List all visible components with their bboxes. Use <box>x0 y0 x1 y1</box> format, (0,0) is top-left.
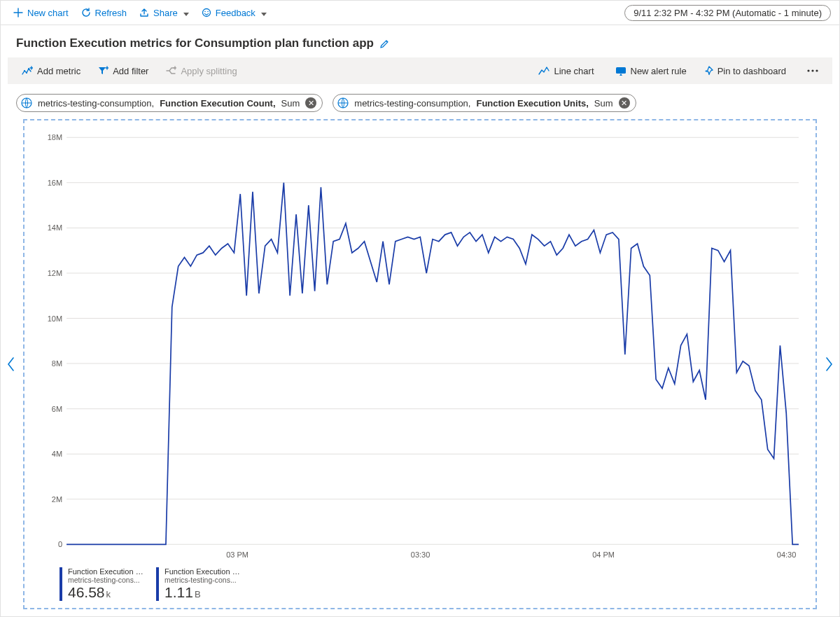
chart-container: 02M4M6M8M10M12M14M16M18M03 PM03:3004 PM0… <box>23 119 817 609</box>
chart-shell: 02M4M6M8M10M12M14M16M18M03 PM03:3004 PM0… <box>8 119 832 609</box>
next-chart-arrow[interactable] <box>824 356 834 372</box>
stat-sub: metrics-testing-cons... <box>164 576 240 584</box>
svg-text:04:30: 04:30 <box>777 550 797 559</box>
stat-value: 1.11 <box>164 584 193 600</box>
more-menu-button[interactable] <box>800 66 825 76</box>
add-filter-label: Add filter <box>113 66 148 76</box>
pill-agg: Sum <box>594 98 613 109</box>
svg-text:6M: 6M <box>52 405 62 413</box>
svg-rect-6 <box>616 67 626 74</box>
share-button[interactable]: Share <box>135 5 193 21</box>
stat-name: Function Execution U... <box>164 567 240 576</box>
apply-splitting-button: Apply splitting <box>158 62 244 80</box>
time-range-picker[interactable]: 9/11 2:32 PM - 4:32 PM (Automatic - 1 mi… <box>624 5 831 21</box>
metric-pills-row: metrics-testing-consumption, Function Ex… <box>1 84 839 119</box>
svg-text:04 PM: 04 PM <box>592 550 615 559</box>
pill-metric: Function Execution Units, <box>476 98 588 109</box>
svg-point-2 <box>207 11 209 13</box>
close-icon[interactable]: ✕ <box>619 97 630 109</box>
svg-point-4 <box>26 72 27 74</box>
share-label: Share <box>153 8 178 18</box>
split-icon <box>165 66 176 76</box>
add-metric-label: Add metric <box>37 66 80 76</box>
stat-unit: B <box>195 589 201 599</box>
chevron-down-icon <box>182 8 189 18</box>
svg-text:03:30: 03:30 <box>411 550 430 559</box>
new-alert-label: New alert rule <box>631 66 687 76</box>
stat-sub: metrics-testing-cons... <box>68 576 144 584</box>
stat-name: Function Execution C... <box>68 567 144 576</box>
svg-text:0: 0 <box>58 540 62 548</box>
svg-point-9 <box>816 69 818 71</box>
filter-icon <box>97 66 108 76</box>
svg-point-8 <box>811 69 813 71</box>
metric-pill[interactable]: metrics-testing-consumption, Function Ex… <box>332 94 636 112</box>
svg-point-1 <box>204 11 206 13</box>
svg-text:4M: 4M <box>52 450 62 458</box>
add-metric-icon <box>22 66 33 76</box>
refresh-label: Refresh <box>95 8 127 18</box>
resource-icon <box>337 97 349 109</box>
time-range-label: 9/11 2:32 PM - 4:32 PM (Automatic - 1 mi… <box>634 8 822 18</box>
svg-point-7 <box>807 69 809 71</box>
pill-metric: Function Execution Count, <box>160 98 275 109</box>
pin-dashboard-button[interactable]: Pin to dashboard <box>696 62 797 80</box>
chevron-down-icon <box>260 8 267 18</box>
top-toolbar: New chart Refresh Share Feedback 9/11 2:… <box>1 1 839 25</box>
svg-point-0 <box>202 9 210 17</box>
stat-value: 46.58 <box>68 584 105 600</box>
metrics-page: New chart Refresh Share Feedback 9/11 2:… <box>0 0 840 617</box>
metric-toolbar: Add metric Add filter Apply splitting Li… <box>8 57 832 84</box>
share-icon <box>139 8 149 18</box>
svg-text:18M: 18M <box>48 133 62 141</box>
edit-pencil-icon[interactable] <box>379 39 390 49</box>
plus-icon <box>13 8 23 18</box>
svg-text:14M: 14M <box>48 223 62 232</box>
smile-icon <box>202 8 211 18</box>
metric-pill[interactable]: metrics-testing-consumption, Function Ex… <box>16 94 323 112</box>
chart-type-dropdown[interactable]: Line chart <box>531 62 605 80</box>
pin-dashboard-label: Pin to dashboard <box>718 66 786 76</box>
page-title: Function Execution metrics for Consumpti… <box>16 36 374 50</box>
new-chart-button[interactable]: New chart <box>9 5 73 21</box>
more-icon <box>807 69 818 72</box>
svg-text:2M: 2M <box>52 495 62 504</box>
svg-text:16M: 16M <box>48 179 62 187</box>
add-filter-button[interactable]: Add filter <box>90 62 155 80</box>
alert-icon <box>615 67 626 76</box>
refresh-button[interactable]: Refresh <box>77 5 132 21</box>
line-chart-icon <box>538 66 550 76</box>
svg-text:12M: 12M <box>48 269 62 277</box>
feedback-button[interactable]: Feedback <box>197 5 271 21</box>
pill-resource: metrics-testing-consumption, <box>354 98 470 109</box>
apply-splitting-label: Apply splitting <box>181 66 237 76</box>
new-chart-label: New chart <box>27 8 69 18</box>
legend-stats: Function Execution C... metrics-testing-… <box>34 562 806 605</box>
svg-point-5 <box>28 68 29 69</box>
prev-chart-arrow[interactable] <box>6 356 16 372</box>
pill-agg: Sum <box>281 98 300 109</box>
stat-unit: k <box>106 589 111 599</box>
close-icon[interactable]: ✕ <box>305 97 316 109</box>
feedback-label: Feedback <box>216 8 255 18</box>
add-metric-button[interactable]: Add metric <box>15 62 88 80</box>
svg-text:10M: 10M <box>48 314 62 323</box>
pin-icon <box>704 66 713 76</box>
plot-area[interactable]: 02M4M6M8M10M12M14M16M18M03 PM03:3004 PM0… <box>34 130 806 562</box>
svg-text:8M: 8M <box>52 359 62 368</box>
title-row: Function Execution metrics for Consumpti… <box>1 25 839 57</box>
legend-stat[interactable]: Function Execution U... metrics-testing-… <box>156 567 240 601</box>
svg-point-3 <box>24 70 25 71</box>
refresh-icon <box>81 8 91 18</box>
legend-stat[interactable]: Function Execution C... metrics-testing-… <box>59 567 144 601</box>
new-alert-button[interactable]: New alert rule <box>608 62 694 80</box>
pill-resource: metrics-testing-consumption, <box>38 98 154 109</box>
resource-icon <box>21 97 32 109</box>
line-chart-svg: 02M4M6M8M10M12M14M16M18M03 PM03:3004 PM0… <box>34 130 806 562</box>
svg-text:03 PM: 03 PM <box>226 550 248 559</box>
chart-type-label: Line chart <box>554 66 594 76</box>
